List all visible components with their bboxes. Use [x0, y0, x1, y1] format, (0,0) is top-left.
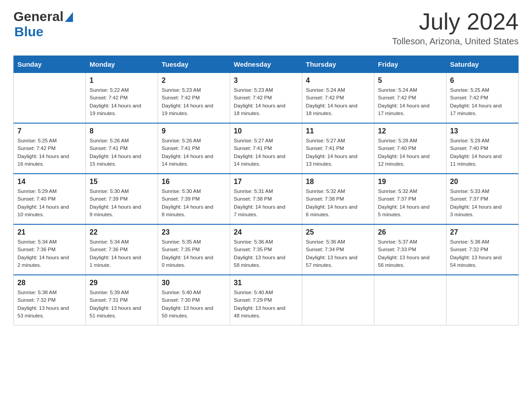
day-sun-info: Sunrise: 5:30 AMSunset: 7:39 PMDaylight:…: [90, 188, 154, 218]
day-sun-info: Sunrise: 5:38 AMSunset: 7:32 PMDaylight:…: [450, 238, 515, 269]
calendar-week-row: 21Sunrise: 5:34 AMSunset: 7:36 PMDayligh…: [14, 224, 519, 275]
calendar-cell: 2Sunrise: 5:23 AMSunset: 7:42 PMDaylight…: [158, 73, 230, 124]
calendar-cell: 15Sunrise: 5:30 AMSunset: 7:39 PMDayligh…: [86, 174, 158, 224]
svg-marker-0: [65, 12, 73, 22]
calendar-cell: 5Sunrise: 5:24 AMSunset: 7:42 PMDaylight…: [374, 73, 446, 124]
day-sun-info: Sunrise: 5:26 AMSunset: 7:41 PMDaylight:…: [90, 137, 154, 168]
calendar-cell: 16Sunrise: 5:30 AMSunset: 7:39 PMDayligh…: [158, 174, 230, 224]
calendar-cell: 21Sunrise: 5:34 AMSunset: 7:36 PMDayligh…: [14, 224, 86, 275]
calendar-cell: 28Sunrise: 5:38 AMSunset: 7:32 PMDayligh…: [14, 275, 86, 325]
day-of-week-header: Sunday: [14, 56, 86, 73]
calendar-cell: [446, 275, 519, 325]
day-sun-info: Sunrise: 5:31 AMSunset: 7:38 PMDaylight:…: [234, 188, 298, 218]
day-sun-info: Sunrise: 5:39 AMSunset: 7:31 PMDaylight:…: [90, 289, 154, 320]
calendar-header-row: SundayMondayTuesdayWednesdayThursdayFrid…: [14, 56, 519, 73]
logo-general-text: General: [13, 9, 64, 24]
calendar-cell: 12Sunrise: 5:28 AMSunset: 7:40 PMDayligh…: [374, 123, 446, 174]
calendar-table: SundayMondayTuesdayWednesdayThursdayFrid…: [13, 56, 519, 325]
calendar-cell: 27Sunrise: 5:38 AMSunset: 7:32 PMDayligh…: [446, 224, 519, 275]
day-number: 30: [162, 279, 226, 287]
day-sun-info: Sunrise: 5:33 AMSunset: 7:37 PMDaylight:…: [450, 188, 515, 218]
day-number: 27: [450, 228, 515, 236]
day-number: 17: [234, 178, 298, 186]
day-number: 23: [162, 228, 226, 236]
calendar-cell: 17Sunrise: 5:31 AMSunset: 7:38 PMDayligh…: [230, 174, 302, 224]
day-number: 20: [450, 178, 515, 186]
title-block: July 2024 Tolleson, Arizona, United Stat…: [392, 9, 519, 47]
day-number: 22: [90, 228, 154, 236]
day-sun-info: Sunrise: 5:35 AMSunset: 7:35 PMDaylight:…: [162, 238, 226, 269]
calendar-week-row: 1Sunrise: 5:22 AMSunset: 7:42 PMDaylight…: [14, 73, 519, 124]
day-sun-info: Sunrise: 5:23 AMSunset: 7:42 PMDaylight:…: [234, 86, 298, 117]
day-of-week-header: Friday: [374, 56, 446, 73]
day-of-week-header: Tuesday: [158, 56, 230, 73]
day-number: 26: [378, 228, 442, 236]
day-sun-info: Sunrise: 5:37 AMSunset: 7:33 PMDaylight:…: [378, 238, 442, 269]
day-number: 19: [378, 178, 442, 186]
day-sun-info: Sunrise: 5:38 AMSunset: 7:32 PMDaylight:…: [17, 289, 82, 320]
day-sun-info: Sunrise: 5:27 AMSunset: 7:41 PMDaylight:…: [234, 137, 298, 168]
day-sun-info: Sunrise: 5:25 AMSunset: 7:42 PMDaylight:…: [17, 137, 82, 168]
day-sun-info: Sunrise: 5:25 AMSunset: 7:42 PMDaylight:…: [450, 86, 515, 117]
day-number: 21: [17, 228, 82, 236]
calendar-cell: 8Sunrise: 5:26 AMSunset: 7:41 PMDaylight…: [86, 123, 158, 174]
calendar-cell: 10Sunrise: 5:27 AMSunset: 7:41 PMDayligh…: [230, 123, 302, 174]
day-sun-info: Sunrise: 5:24 AMSunset: 7:42 PMDaylight:…: [378, 86, 442, 117]
day-number: 5: [378, 77, 442, 85]
day-sun-info: Sunrise: 5:32 AMSunset: 7:38 PMDaylight:…: [306, 188, 370, 218]
day-sun-info: Sunrise: 5:32 AMSunset: 7:37 PMDaylight:…: [378, 188, 442, 218]
day-sun-info: Sunrise: 5:27 AMSunset: 7:41 PMDaylight:…: [306, 137, 370, 168]
day-sun-info: Sunrise: 5:29 AMSunset: 7:40 PMDaylight:…: [450, 137, 515, 168]
day-number: 15: [90, 178, 154, 186]
day-number: 10: [234, 127, 298, 135]
day-number: 11: [306, 127, 370, 135]
calendar-cell: 18Sunrise: 5:32 AMSunset: 7:38 PMDayligh…: [302, 174, 374, 224]
day-number: 14: [17, 178, 82, 186]
calendar-cell: 22Sunrise: 5:34 AMSunset: 7:36 PMDayligh…: [86, 224, 158, 275]
calendar-cell: [374, 275, 446, 325]
day-sun-info: Sunrise: 5:40 AMSunset: 7:30 PMDaylight:…: [162, 289, 226, 320]
day-sun-info: Sunrise: 5:34 AMSunset: 7:36 PMDaylight:…: [17, 238, 82, 269]
calendar-cell: 24Sunrise: 5:36 AMSunset: 7:35 PMDayligh…: [230, 224, 302, 275]
day-sun-info: Sunrise: 5:34 AMSunset: 7:36 PMDaylight:…: [90, 238, 154, 269]
logo-blue-text: Blue: [14, 24, 43, 39]
day-sun-info: Sunrise: 5:24 AMSunset: 7:42 PMDaylight:…: [306, 86, 370, 117]
day-sun-info: Sunrise: 5:36 AMSunset: 7:34 PMDaylight:…: [306, 238, 370, 269]
calendar-cell: 6Sunrise: 5:25 AMSunset: 7:42 PMDaylight…: [446, 73, 519, 124]
day-of-week-header: Saturday: [446, 56, 519, 73]
day-number: 1: [90, 77, 154, 85]
calendar-cell: 31Sunrise: 5:40 AMSunset: 7:29 PMDayligh…: [230, 275, 302, 325]
calendar-cell: 9Sunrise: 5:26 AMSunset: 7:41 PMDaylight…: [158, 123, 230, 174]
calendar-cell: 25Sunrise: 5:36 AMSunset: 7:34 PMDayligh…: [302, 224, 374, 275]
day-number: 24: [234, 228, 298, 236]
calendar-cell: [302, 275, 374, 325]
calendar-cell: 19Sunrise: 5:32 AMSunset: 7:37 PMDayligh…: [374, 174, 446, 224]
day-number: 4: [306, 77, 370, 85]
calendar-cell: 14Sunrise: 5:29 AMSunset: 7:40 PMDayligh…: [14, 174, 86, 224]
logo-triangle-icon: [65, 12, 73, 24]
day-number: 29: [90, 279, 154, 287]
day-number: 3: [234, 77, 298, 85]
day-number: 8: [90, 127, 154, 135]
calendar-cell: 3Sunrise: 5:23 AMSunset: 7:42 PMDaylight…: [230, 73, 302, 124]
calendar-cell: 13Sunrise: 5:29 AMSunset: 7:40 PMDayligh…: [446, 123, 519, 174]
day-number: 13: [450, 127, 515, 135]
logo: General Blue: [13, 9, 73, 39]
calendar-cell: 7Sunrise: 5:25 AMSunset: 7:42 PMDaylight…: [14, 123, 86, 174]
day-number: 18: [306, 178, 370, 186]
calendar-cell: 11Sunrise: 5:27 AMSunset: 7:41 PMDayligh…: [302, 123, 374, 174]
day-sun-info: Sunrise: 5:29 AMSunset: 7:40 PMDaylight:…: [17, 188, 82, 218]
calendar-cell: 29Sunrise: 5:39 AMSunset: 7:31 PMDayligh…: [86, 275, 158, 325]
calendar-week-row: 28Sunrise: 5:38 AMSunset: 7:32 PMDayligh…: [14, 275, 519, 325]
calendar-cell: 26Sunrise: 5:37 AMSunset: 7:33 PMDayligh…: [374, 224, 446, 275]
day-number: 25: [306, 228, 370, 236]
day-sun-info: Sunrise: 5:28 AMSunset: 7:40 PMDaylight:…: [378, 137, 442, 168]
day-number: 7: [17, 127, 82, 135]
day-number: 6: [450, 77, 515, 85]
month-year-title: July 2024: [392, 9, 519, 34]
page-header: General Blue July 2024 Tolleson, Arizona…: [13, 9, 519, 47]
day-number: 31: [234, 279, 298, 287]
day-number: 2: [162, 77, 226, 85]
day-number: 16: [162, 178, 226, 186]
day-number: 28: [17, 279, 82, 287]
